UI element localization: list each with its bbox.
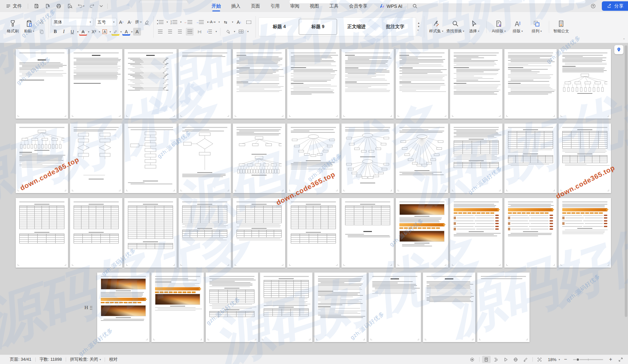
undo-button[interactable]: ▾ — [76, 2, 86, 10]
page-thumbnail-18[interactable] — [341, 124, 394, 193]
page-thumbnail-6[interactable] — [287, 49, 340, 119]
font-color-button[interactable]: A — [122, 28, 130, 36]
style-item-1[interactable]: 标题 4 — [260, 19, 299, 34]
quickbar-more-button[interactable] — [98, 2, 104, 10]
numbered-list-button[interactable]: 12 — [170, 18, 178, 26]
decrease-font-button[interactable]: A− — [126, 18, 134, 26]
page-thumbnail-22[interactable] — [559, 124, 611, 193]
page-thumbnail-37[interactable] — [260, 273, 312, 342]
page-thumbnail-5[interactable] — [233, 49, 285, 119]
share-button[interactable]: 分享 — [602, 1, 628, 11]
redo-button[interactable] — [87, 2, 97, 10]
ink-pen-button[interactable] — [521, 356, 530, 363]
page-thumbnail-2[interactable] — [70, 49, 122, 119]
style-item-3[interactable]: 正文缩进 — [337, 19, 376, 34]
page-thumbnail-40[interactable] — [423, 273, 475, 342]
save-button[interactable] — [31, 2, 41, 10]
cjk-layout-button[interactable]: ⇆ — [222, 18, 230, 26]
page-view-button[interactable] — [482, 356, 491, 363]
tool-样式集[interactable]: 样式集▾ — [427, 18, 446, 36]
page-thumbnail-31[interactable] — [450, 198, 502, 268]
page-thumbnail-33[interactable] — [559, 198, 611, 268]
page-thumbnail-17[interactable] — [287, 124, 340, 193]
tab-会员专享[interactable]: 会员专享 — [345, 1, 371, 11]
page-thumbnail-8[interactable] — [396, 49, 448, 119]
export-button[interactable] — [43, 2, 52, 10]
style-item-2[interactable]: 标题 9 — [299, 19, 337, 35]
spellcheck-toggle[interactable]: 拼写检查: 关闭▾ — [66, 356, 105, 362]
scrollbar-thumb[interactable] — [625, 45, 627, 317]
copy-button[interactable] — [37, 28, 46, 36]
page-thumbnail-41[interactable] — [477, 273, 530, 342]
line-spacing-button[interactable]: ↕ — [205, 28, 213, 36]
page-thumbnail-27[interactable] — [233, 198, 285, 268]
page-thumbnail-38[interactable] — [314, 273, 367, 342]
page-thumbnail-28[interactable] — [287, 198, 340, 268]
locate-page-button[interactable] — [614, 45, 623, 54]
page-thumbnail-7[interactable] — [341, 49, 394, 119]
tool-排版[interactable]: 排版▾ — [508, 18, 527, 36]
file-menu-button[interactable]: 文件 — [3, 2, 25, 10]
fit-page-button[interactable] — [535, 356, 544, 363]
tab-视图[interactable]: 视图 — [306, 1, 323, 11]
tool-智能公文[interactable]: 智能公文 — [552, 18, 571, 36]
page-thumbnail-10[interactable] — [504, 49, 557, 119]
zoom-dropdown[interactable]: ▾ — [559, 358, 560, 361]
vertical-scrollbar[interactable] — [625, 45, 627, 353]
tab-工具[interactable]: 工具 — [325, 1, 342, 11]
page-thumbnail-26[interactable] — [179, 198, 231, 268]
strikethrough-button[interactable]: A — [79, 28, 87, 36]
drag-anchor-handle[interactable]: H — [84, 305, 92, 310]
paste-button[interactable]: 粘贴▾ — [21, 18, 37, 35]
tool-查找替换[interactable]: 查找替换▾ — [446, 18, 465, 36]
justify-button[interactable] — [186, 28, 194, 36]
page-thumbnail-4[interactable] — [179, 49, 231, 119]
tool-排列[interactable]: 排列▾ — [527, 18, 546, 36]
page-thumbnail-1[interactable] — [16, 49, 68, 119]
zoom-slider-thumb[interactable] — [576, 358, 580, 361]
page-thumbnail-15[interactable] — [179, 124, 231, 193]
undo-dropdown[interactable]: ▾ — [83, 5, 84, 8]
tool-选择[interactable]: 选择▾ — [465, 18, 484, 36]
page-thumbnail-3[interactable] — [124, 49, 177, 119]
page-thumbnail-11[interactable] — [559, 49, 611, 119]
page-indicator[interactable]: 页面: 34/41 — [6, 356, 35, 362]
ribbon-collapse-button[interactable]: ⌃ — [623, 38, 625, 41]
borders-button[interactable] — [237, 28, 245, 36]
highlight-color-button[interactable] — [112, 28, 119, 36]
page-thumbnail-30[interactable] — [396, 198, 448, 268]
increase-indent-button[interactable]: → — [195, 18, 204, 26]
page-thumbnail-12[interactable] — [16, 124, 68, 193]
tab-页面[interactable]: 页面 — [247, 1, 264, 11]
tab-开始[interactable]: 开始 — [208, 1, 225, 11]
print-preview-button[interactable] — [65, 2, 75, 10]
decrease-indent-button[interactable]: ← — [183, 18, 193, 26]
tab-插入[interactable]: 插入 — [227, 1, 244, 11]
page-thumbnail-23[interactable] — [16, 198, 68, 268]
align-right-button[interactable] — [176, 28, 184, 36]
page-thumbnail-29[interactable] — [341, 198, 394, 268]
clear-format-button[interactable] — [143, 18, 151, 26]
tool-AI排版[interactable]: AI排版▾ — [489, 18, 508, 36]
tab-引用[interactable]: 引用 — [267, 1, 284, 11]
page-thumbnail-24[interactable] — [70, 198, 122, 268]
char-shading-button[interactable]: A — [133, 28, 141, 36]
page-thumbnail-39[interactable] — [369, 273, 421, 342]
page-thumbnail-9[interactable] — [450, 49, 502, 119]
proofread-button[interactable]: 校对 — [105, 356, 121, 362]
bold-button[interactable]: B — [51, 28, 59, 36]
page-thumbnail-16[interactable] — [233, 124, 285, 193]
document-canvas[interactable]: H — [0, 43, 628, 355]
cut-button[interactable] — [37, 18, 46, 26]
zoom-slider[interactable] — [573, 359, 603, 360]
increase-font-button[interactable]: A+ — [117, 18, 125, 26]
char-scale-button[interactable]: ⇠A⇢ — [206, 18, 216, 26]
italic-button[interactable]: I — [60, 28, 68, 36]
page-thumbnail-32[interactable] — [504, 198, 557, 268]
focus-target-button[interactable] — [468, 356, 477, 363]
tab-marks-button[interactable] — [245, 18, 253, 26]
outline-view-button[interactable] — [492, 356, 500, 363]
page-thumbnail-34[interactable] — [97, 273, 149, 342]
font-size-combo[interactable]: 五号▾ — [95, 18, 117, 26]
zoom-in-button[interactable]: + — [606, 356, 615, 363]
